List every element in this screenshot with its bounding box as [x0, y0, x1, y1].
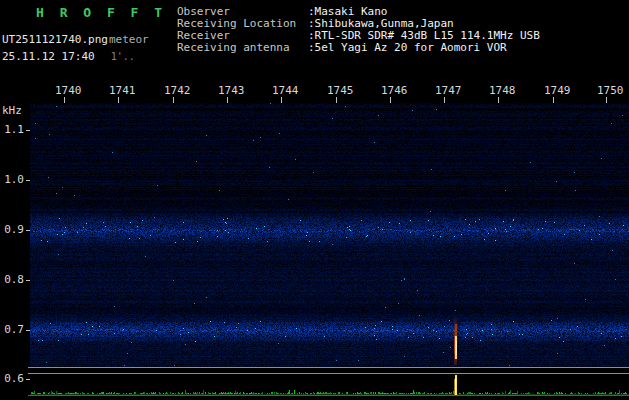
x-tick-label: 1741: [109, 84, 136, 97]
file-line: UT2511121740.pngmeteor: [2, 33, 149, 46]
y-tick-label: 0.7: [0, 324, 24, 336]
hrofft-screen: H R O F F T UT2511121740.pngmeteor 25.11…: [0, 0, 629, 400]
x-tick-label: 1748: [489, 84, 516, 97]
time-line: 25.11.12 17:401'..: [2, 50, 135, 63]
x-tick-label: 1750: [597, 84, 624, 97]
y-axis-unit: kHz: [2, 104, 22, 117]
x-tick-label: 1744: [272, 84, 299, 97]
separator-line: [28, 367, 629, 368]
y-tick-label: 0.9: [0, 224, 24, 236]
x-tick-label: 1740: [55, 84, 82, 97]
app-title: H R O F F T: [36, 5, 166, 20]
signal-level-strip: [30, 374, 629, 395]
time-suffix: 1'..: [111, 51, 135, 62]
station-tag: meteor: [109, 33, 149, 46]
x-tick-label: 1745: [327, 84, 354, 97]
x-tick-label: 1742: [164, 84, 191, 97]
station-info: Observer :Masaki Kano Receiving Location…: [177, 6, 540, 54]
info-row-antenna: Receiving antenna :5el Yagi Az 20 for Ao…: [177, 42, 540, 54]
info-label: Receiving antenna: [177, 42, 308, 54]
x-tick-label: 1743: [218, 84, 245, 97]
info-value: :5el Yagi Az 20 for Aomori VOR: [308, 42, 507, 54]
x-tick-label: 1746: [381, 84, 408, 97]
y-tick-label: 0.6: [0, 373, 24, 385]
local-time: 25.11.12 17:40: [2, 50, 95, 63]
x-tick-label: 1747: [435, 84, 462, 97]
x-tick-label: 1749: [544, 84, 571, 97]
signal-level-canvas: [30, 374, 629, 395]
y-tick-label: 0.8: [0, 274, 24, 286]
output-filename: UT2511121740.png: [2, 33, 108, 46]
spectrogram-canvas: [30, 103, 629, 367]
separator-line: [28, 395, 629, 396]
spectrogram-plot: [30, 103, 629, 367]
y-tick-label: 1.0: [0, 174, 24, 186]
y-tick-label: 1.1: [0, 124, 24, 136]
